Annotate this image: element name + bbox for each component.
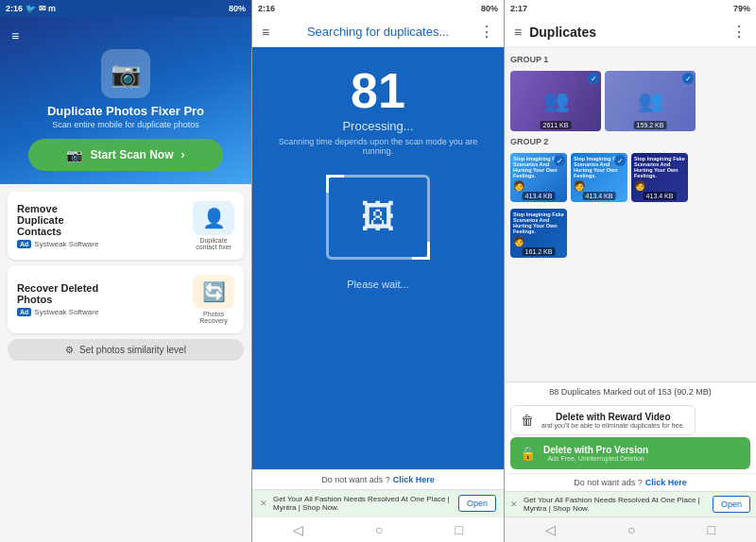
feature-card-photos[interactable]: Recover DeletedPhotos Ad Systweak Softwa… <box>8 265 244 333</box>
delete-pro-icon: 🔒 <box>520 446 536 461</box>
panel-duplicates: 2:17 79% ≡ Duplicates ⋮ GROUP 1 👥 ✓ 2611… <box>505 0 756 542</box>
card-photos-title: Recover DeletedPhotos <box>17 282 98 305</box>
searching-title: Searching for duplicates... <box>277 25 479 39</box>
battery-3: 79% <box>733 4 750 13</box>
nav-home-3[interactable]: ○ <box>627 522 635 537</box>
delete-reward-sub: and you'll be able to eliminate duplicat… <box>541 422 685 429</box>
ad-badge-photos: Ad <box>17 308 31 316</box>
slider-icon: ⚙ <box>65 345 74 355</box>
click-here-2[interactable]: Click Here <box>393 475 435 484</box>
hero-section: ≡ 📷 Duplicate Photos Fixer Pro Scan enti… <box>0 17 251 184</box>
battery-icon-1: 80% <box>229 4 246 13</box>
more-icon-3[interactable]: ⋮ <box>731 23 747 41</box>
scan-image-icon: 🖼 <box>361 197 395 237</box>
card-contacts-img: 👤 <box>193 201 234 235</box>
photo-thumb-2d[interactable]: Stop Imagining Fake Scenarios And Hurtin… <box>510 209 567 258</box>
start-scan-button[interactable]: 📷 Start Scan Now › <box>28 139 223 171</box>
delete-pro-button[interactable]: 🔒 Delete with Pro Version Ads Free, Unin… <box>510 437 750 469</box>
ad-open-button-3[interactable]: Open <box>713 496 750 513</box>
photo-thumb-1a[interactable]: 👥 ✓ 2611 KB <box>510 71 601 131</box>
menu-icon[interactable]: ≡ <box>11 28 19 43</box>
ad-banner-text-3: Get Your All Fashion Needs Resolved At O… <box>524 496 713 513</box>
photo-size-1a: 2611 KB <box>541 121 572 129</box>
panel3-header: ≡ Duplicates ⋮ <box>505 17 756 47</box>
ad-open-button-2[interactable]: Open <box>458 495 496 512</box>
contacts-icon: 👤 <box>202 207 226 229</box>
photo-thumb-2c[interactable]: Stop Imagining Fake Scenarios And Hurtin… <box>631 153 688 202</box>
more-icon-2[interactable]: ⋮ <box>479 23 494 41</box>
duplicates-count-bar: 88 Duplicates Marked out of 153 (90.2 MB… <box>505 381 756 401</box>
status-bar-1: 2:16 🐦 ✉ m 80% <box>0 0 251 17</box>
scan-camera-icon: 📷 <box>66 147 82 162</box>
processing-label: Processing... <box>342 119 413 133</box>
photo-size-2a: 413.4 KB <box>523 192 556 200</box>
menu-icon-3[interactable]: ≡ <box>514 25 522 40</box>
group1-photos: 👥 ✓ 2611 KB 👥 ✓ 159.2 KB <box>510 71 750 131</box>
group1-label: GROUP 1 <box>510 55 750 64</box>
photo-thumb-2a[interactable]: Stop Imagining Fake Scenarios And Hurtin… <box>510 153 567 202</box>
card-photos-label: PhotosRecovery <box>199 311 228 324</box>
battery-2: 80% <box>481 4 498 13</box>
check-badge-2b: ✓ <box>614 155 626 166</box>
card-contacts-title: RemoveDuplicateContacts <box>17 203 98 237</box>
ad-banner-text-2: Get Your All Fashion Needs Resolved At O… <box>273 495 458 512</box>
hero-icon: 📷 <box>101 49 150 98</box>
panel2-scan-content: 81 Processing... Scanning time depends u… <box>252 47 504 469</box>
similarity-button[interactable]: ⚙ Set photos similarity level <box>8 339 244 361</box>
delete-reward-button[interactable]: 🗑 Delete with Reward Video and you'll be… <box>510 405 696 435</box>
ad-badge-contacts: Ad <box>17 240 31 248</box>
panel2-header: ≡ Searching for duplicates... ⋮ <box>252 17 504 47</box>
photo-size-1b: 159.2 KB <box>634 121 667 129</box>
similarity-label: Set photos similarity level <box>79 345 186 355</box>
photos-recovery-icon: 🔄 <box>202 280 226 303</box>
duplicates-title: Duplicates <box>529 25 731 40</box>
panel3-ad-banner: ✕ Get Your All Fashion Needs Resolved At… <box>505 491 756 517</box>
menu-icon-2[interactable]: ≡ <box>262 25 269 40</box>
camera-icon: 📷 <box>111 59 141 89</box>
ad-close-2[interactable]: ✕ <box>260 499 267 508</box>
status-icons-1: 🐦 ✉ m <box>26 4 56 13</box>
delete-reward-label: Delete with Reward Video <box>541 412 685 422</box>
check-badge-1b: ✓ <box>682 73 694 84</box>
panel2-ad-banner: ✕ Get Your All Fashion Needs Resolved At… <box>252 489 504 517</box>
card-contacts-brand: Systweak Software <box>34 240 98 248</box>
nav-recent-2[interactable]: □ <box>455 522 463 537</box>
check-badge-2a: ✓ <box>554 155 565 166</box>
nav-recent-3[interactable]: □ <box>708 522 715 537</box>
card-photos-brand: Systweak Software <box>34 308 98 316</box>
photo-thumb-1b[interactable]: 👥 ✓ 159.2 KB <box>605 71 696 131</box>
panel3-ad-bar: Do not want ads ? Click Here <box>505 473 756 491</box>
scan-btn-label: Start Scan Now <box>90 148 173 161</box>
panel3-groups-content: GROUP 1 👥 ✓ 2611 KB 👥 ✓ 159.2 KB GROUP 2 <box>505 47 756 381</box>
ad-close-3[interactable]: ✕ <box>510 500 518 509</box>
scan-desc: Scanning time depends upon the scan mode… <box>264 137 492 156</box>
check-badge-1a: ✓ <box>588 73 599 84</box>
status-time-1: 2:16 <box>6 4 23 13</box>
panel-duplicate-fixer: 2:16 🐦 ✉ m 80% ≡ 📷 Duplicate Photos Fixe… <box>0 0 251 542</box>
panel3-bottom: 88 Duplicates Marked out of 153 (90.2 MB… <box>505 381 756 542</box>
nav-back-2[interactable]: ◁ <box>293 522 303 537</box>
status-bar-2: 2:16 80% <box>252 0 504 17</box>
panel2-nav: ◁ ○ □ <box>252 517 504 542</box>
feature-card-contacts[interactable]: RemoveDuplicateContacts Ad Systweak Soft… <box>8 192 244 260</box>
click-here-3[interactable]: Click Here <box>645 478 687 487</box>
photo-size-2b: 413.4 KB <box>583 192 616 200</box>
photo-thumb-2b[interactable]: Stop Imagining Fake Scenarios And Hurtin… <box>571 153 627 202</box>
photo-size-2d: 161.2 KB <box>523 247 556 256</box>
hero-subtitle: Scan entire mobile for duplicate photos <box>52 120 199 129</box>
no-ads-text-3: Do not want ads ? <box>574 478 643 487</box>
duplicates-count-text: 88 Duplicates Marked out of 153 (90.2 MB… <box>549 387 712 397</box>
delete-pro-label: Delete with Pro Version <box>543 445 648 455</box>
photo-size-2c: 413.4 KB <box>644 192 677 200</box>
status-time-2: 2:16 <box>258 4 275 13</box>
please-wait-label: Please wait... <box>347 279 408 290</box>
delete-reward-icon: 🗑 <box>521 413 534 428</box>
nav-home-2[interactable]: ○ <box>375 522 383 537</box>
scan-btn-arrow: › <box>181 148 185 161</box>
card-contacts-label: Duplicatecontact fixer <box>196 237 232 250</box>
group2-label: GROUP 2 <box>510 137 750 146</box>
scan-count: 81 <box>351 66 405 115</box>
nav-back-3[interactable]: ◁ <box>545 522 556 537</box>
hero-top-bar: ≡ <box>11 25 240 49</box>
panel-scanning: 2:16 80% ≡ Searching for duplicates... ⋮… <box>252 0 504 542</box>
